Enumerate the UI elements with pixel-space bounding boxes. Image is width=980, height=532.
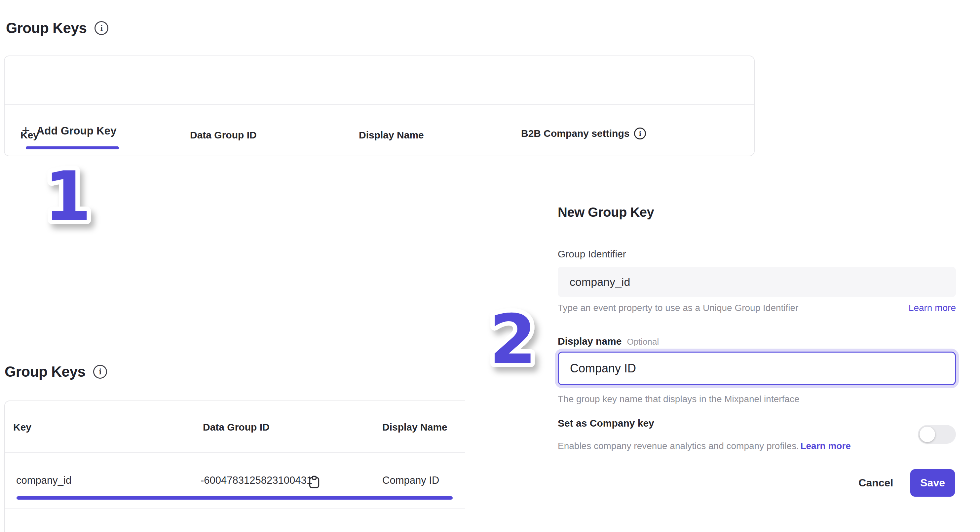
company-key-helper: Enables company revenue analytics and co…	[558, 441, 799, 451]
cell-data-group-id: -6004783125823100431	[200, 475, 312, 486]
step-2-number: 2	[489, 300, 536, 379]
set-company-key-label: Set as Company key	[558, 418, 654, 429]
company-key-learn-more-link[interactable]: Learn more	[800, 441, 851, 451]
toggle-knob	[920, 427, 935, 442]
copy-to-clipboard-icon[interactable]	[308, 475, 320, 489]
column-header-key: Key	[13, 422, 32, 433]
info-icon[interactable]: i	[94, 21, 108, 35]
group-identifier-helper: Type an event property to use as a Uniqu…	[558, 303, 798, 313]
column-header-b2b-settings: B2B Company settings i	[521, 127, 646, 139]
save-button[interactable]: Save	[910, 469, 955, 497]
column-header-data-group-id: Data Group ID	[190, 129, 257, 141]
company-key-helper-row: Enables company revenue analytics and co…	[558, 441, 851, 451]
column-header-data-group-id: Data Group ID	[203, 422, 270, 433]
company-key-toggle[interactable]	[918, 425, 956, 444]
page-title: Group Keys	[5, 363, 85, 380]
display-name-input[interactable]	[558, 352, 956, 385]
info-icon[interactable]: i	[634, 127, 646, 139]
plus-icon: +	[22, 124, 30, 138]
page-title: Group Keys	[6, 20, 87, 37]
divider	[5, 508, 465, 508]
column-header-display-name: Display Name	[382, 422, 447, 433]
group-identifier-learn-more-link[interactable]: Learn more	[908, 303, 956, 313]
add-group-key-button[interactable]: + Add Group Key	[22, 124, 117, 138]
column-header-display-name: Display Name	[359, 129, 424, 141]
group-keys-heading-top: Group Keys i	[6, 20, 108, 37]
display-name-label-row: Display name Optional	[558, 336, 659, 347]
cell-display-name: Company ID	[382, 475, 439, 486]
display-name-label: Display name	[558, 336, 622, 347]
cell-key: company_id	[16, 475, 72, 486]
group-identifier-label: Group Identifier	[558, 248, 626, 260]
divider	[5, 452, 465, 453]
step-1-number: 1	[44, 157, 92, 236]
display-name-helper: The group key name that displays in the …	[558, 394, 800, 405]
cancel-button[interactable]: Cancel	[858, 477, 893, 489]
group-keys-table-card-bottom: Key Data Group ID Display Name company_i…	[4, 400, 465, 532]
new-group-key-title: New Group Key	[558, 205, 654, 220]
group-keys-table-card: Key Data Group ID Display Name B2B Compa…	[4, 56, 755, 156]
annotation-underline-add-group-key	[26, 147, 119, 149]
step-2-badge: 2	[463, 290, 562, 389]
optional-tag: Optional	[627, 337, 659, 347]
group-keys-heading-bottom: Group Keys i	[5, 363, 107, 380]
info-icon[interactable]: i	[93, 365, 107, 379]
divider	[5, 104, 754, 105]
step-1-badge: 1	[18, 147, 117, 246]
annotation-underline-group-key-row	[16, 496, 453, 500]
group-identifier-input[interactable]	[558, 267, 956, 297]
